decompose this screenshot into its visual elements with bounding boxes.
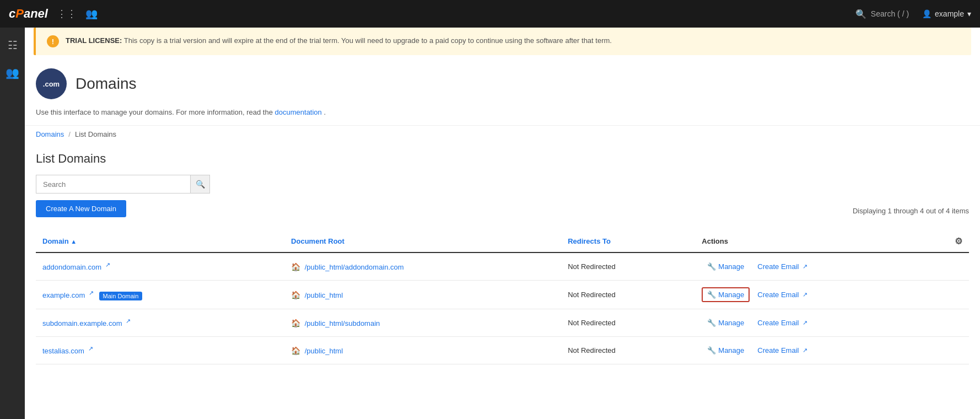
sidebar: ☷ 👥	[0, 28, 25, 419]
domain-icon: .com	[36, 68, 67, 99]
wrench-icon: 🔧	[707, 262, 716, 271]
main-content: ! TRIAL LICENSE: This copy is a trial ve…	[25, 28, 980, 419]
wrench-icon: 🔧	[707, 291, 716, 299]
domain-link[interactable]: testalias.com	[42, 347, 84, 356]
domain-link[interactable]: subdomain.example.com	[42, 320, 122, 328]
trial-banner-text: TRIAL LICENSE: This copy is a trial vers…	[66, 35, 612, 46]
user-icon: 👤	[922, 9, 931, 18]
external-link-icon[interactable]: ↗	[105, 261, 110, 268]
home-icon: 🏠	[291, 346, 300, 355]
search-row: 🔍	[36, 175, 969, 194]
table-row: subdomain.example.com ↗ 🏠 /public_html/s…	[36, 309, 969, 337]
create-email-ext-icon: ↗	[803, 347, 807, 354]
actions-cell: 🔧 Manage Create Email ↗	[695, 281, 969, 309]
sort-arrow-icon: ▲	[71, 238, 77, 245]
trial-banner-bold: TRIAL LICENSE:	[66, 36, 122, 45]
grid-icon[interactable]: ⋮⋮	[57, 8, 77, 20]
external-link-icon[interactable]: ↗	[89, 289, 94, 296]
user-label: example	[935, 9, 964, 18]
user-caret-icon: ▾	[967, 9, 971, 18]
doc-root-link[interactable]: /public_html	[305, 291, 343, 299]
sidebar-users-icon[interactable]: 👥	[1, 62, 24, 84]
th-document-root[interactable]: Document Root	[284, 230, 561, 253]
create-email-ext-icon: ↗	[803, 263, 807, 270]
redirects-to-cell: Not Redirected	[561, 253, 695, 281]
th-redirects-to[interactable]: Redirects To	[561, 230, 695, 253]
create-email-button[interactable]: Create Email ↗	[752, 288, 813, 302]
trial-banner: ! TRIAL LICENSE: This copy is a trial ve…	[34, 28, 971, 55]
redirects-to-cell: Not Redirected	[561, 309, 695, 337]
sidebar-grid-icon[interactable]: ☷	[3, 34, 22, 56]
manage-button[interactable]: 🔧 Manage	[702, 316, 750, 330]
actions-cell: 🔧 Manage Create Email ↗	[695, 309, 969, 337]
create-email-button[interactable]: Create Email ↗	[752, 343, 813, 357]
doc-root-cell: 🏠 /public_html/addondomain.com	[284, 253, 561, 281]
user-menu[interactable]: 👤 example ▾	[922, 9, 971, 18]
search-icon: 🔍	[855, 9, 866, 19]
table-row: example.com ↗ Main Domain 🏠 /public_html…	[36, 281, 969, 309]
redirects-to-cell: Not Redirected	[561, 337, 695, 364]
search-input[interactable]	[36, 175, 190, 194]
domain-link[interactable]: example.com	[42, 292, 85, 300]
settings-icon[interactable]: ⚙	[955, 236, 962, 246]
create-new-domain-button[interactable]: Create A New Domain	[36, 200, 126, 217]
actions-cell: 🔧 Manage Create Email ↗	[695, 253, 969, 281]
create-email-ext-icon: ↗	[803, 319, 807, 326]
wrench-icon: 🔧	[707, 319, 716, 327]
manage-button-highlighted[interactable]: 🔧 Manage	[702, 287, 750, 302]
breadcrumb-current: List Domains	[75, 130, 116, 138]
page-title: Domains	[76, 75, 136, 93]
home-icon: 🏠	[291, 262, 300, 271]
top-navigation: cPanel ⋮⋮ 👥 🔍 Search ( / ) 👤 example ▾	[0, 0, 980, 28]
display-count: Displaying 1 through 4 out of 4 items	[853, 207, 969, 215]
domain-cell: testalias.com ↗	[36, 337, 284, 364]
home-icon: 🏠	[291, 319, 300, 327]
external-link-icon[interactable]: ↗	[88, 345, 93, 352]
doc-root-link[interactable]: /public_html	[305, 347, 343, 355]
main-domain-badge: Main Domain	[99, 292, 143, 300]
home-icon: 🏠	[291, 291, 300, 299]
external-link-icon[interactable]: ↗	[126, 318, 131, 324]
trial-banner-message: This copy is a trial version and will ex…	[124, 36, 612, 45]
users-nav-icon[interactable]: 👥	[85, 8, 98, 20]
page-description: Use this interface to manage your domain…	[25, 104, 980, 125]
breadcrumb-parent[interactable]: Domains	[36, 130, 64, 138]
doc-root-cell: 🏠 /public_html/subdomain	[284, 309, 561, 337]
list-domains-title: List Domains	[36, 152, 969, 166]
breadcrumb: Domains / List Domains	[25, 125, 980, 143]
documentation-link[interactable]: documentation	[275, 108, 322, 116]
redirects-to-cell: Not Redirected	[561, 281, 695, 309]
th-domain[interactable]: Domain ▲	[36, 230, 284, 253]
create-email-button[interactable]: Create Email ↗	[752, 260, 813, 273]
domains-table: Domain ▲ Document Root Redirects To Acti…	[36, 230, 969, 364]
create-email-ext-icon: ↗	[803, 291, 807, 298]
create-email-button[interactable]: Create Email ↗	[752, 316, 813, 330]
th-actions: Actions ⚙	[695, 230, 969, 253]
domain-cell: subdomain.example.com ↗	[36, 309, 284, 337]
global-search[interactable]: 🔍 Search ( / )	[855, 9, 909, 19]
doc-root-cell: 🏠 /public_html	[284, 281, 561, 309]
page-header: .com Domains	[25, 55, 980, 104]
manage-button[interactable]: 🔧 Manage	[702, 260, 750, 273]
domain-cell: addondomain.com ↗	[36, 253, 284, 281]
content-area: List Domains 🔍 Create A New Domain Displ…	[25, 143, 980, 373]
doc-root-link[interactable]: /public_html/addondomain.com	[305, 263, 404, 271]
trial-banner-icon: !	[47, 35, 59, 47]
search-label: Search ( / )	[871, 9, 909, 18]
doc-root-cell: 🏠 /public_html	[284, 337, 561, 364]
manage-button[interactable]: 🔧 Manage	[702, 343, 750, 357]
table-row: testalias.com ↗ 🏠 /public_html Not Redir…	[36, 337, 969, 364]
breadcrumb-separator: /	[68, 130, 71, 138]
domain-link[interactable]: addondomain.com	[42, 264, 101, 272]
actions-cell: 🔧 Manage Create Email ↗	[695, 337, 969, 364]
search-button[interactable]: 🔍	[190, 175, 210, 194]
cpanel-logo: cPanel	[9, 7, 48, 21]
doc-root-link[interactable]: /public_html/subdomain	[305, 319, 380, 327]
table-row: addondomain.com ↗ 🏠 /public_html/addondo…	[36, 253, 969, 281]
wrench-icon: 🔧	[707, 346, 716, 354]
domain-cell: example.com ↗ Main Domain	[36, 281, 284, 309]
